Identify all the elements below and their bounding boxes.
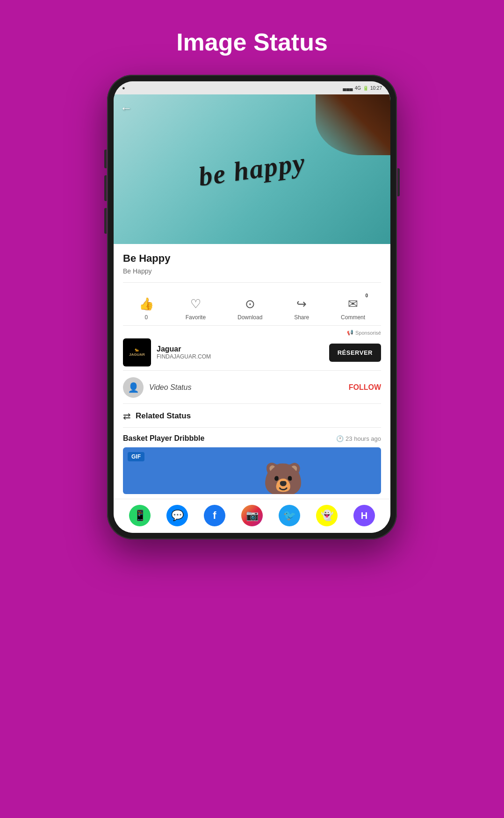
- download-icon: ⊙: [245, 297, 255, 311]
- hero-text-overlay: be happy: [114, 94, 390, 244]
- time-display: 10:27: [370, 86, 382, 91]
- clock-icon: 🕐: [336, 435, 344, 442]
- power-button: [397, 168, 400, 196]
- ad-info: Jaguar FINDAJAGUAR.COM: [157, 345, 324, 360]
- nav-twitter[interactable]: 🐦: [279, 505, 300, 526]
- volume-up-button: [104, 175, 107, 201]
- ad-url: FINDAJAGUAR.COM: [157, 353, 324, 360]
- video-status-left: 👤 Video Status: [123, 377, 191, 398]
- comment-badge: 0: [366, 293, 368, 298]
- status-bar-right: ▄▄▄ 4G 🔋 10:27: [343, 86, 382, 91]
- nav-snapchat[interactable]: 👻: [316, 505, 338, 526]
- silent-button: [104, 150, 107, 168]
- avatar: 👤: [123, 377, 144, 398]
- hero-image: ← be happy: [114, 94, 390, 244]
- favorite-button[interactable]: ♡ Favorite: [186, 297, 206, 321]
- ad-icon: 📢: [347, 330, 353, 336]
- related-status-row: ⇄ Related Status: [123, 404, 381, 428]
- camera-notch: ●: [122, 85, 125, 91]
- page-title: Image Status: [176, 28, 328, 56]
- share-label: Share: [294, 314, 309, 321]
- sponsored-text: Sponsorisé: [355, 330, 381, 336]
- bear-emoji: 🐻: [263, 460, 303, 494]
- post-time-text: 23 hours ago: [346, 435, 381, 442]
- reserve-button[interactable]: RÉSERVER: [329, 344, 381, 362]
- ad-row[interactable]: 🐆JAGUAR Jaguar FINDAJAGUAR.COM RÉSERVER: [123, 338, 381, 366]
- bottom-nav: 📱 💬 f 📷 🐦 👻 H: [114, 499, 390, 533]
- comment-icon: ✉: [348, 297, 358, 311]
- sponsored-label: 📢 Sponsorisé: [123, 330, 381, 336]
- favorite-icon: ♡: [190, 297, 201, 311]
- related-label: Related Status: [136, 411, 191, 421]
- shuffle-icon: ⇄: [123, 410, 131, 422]
- phone-frame: ● ▄▄▄ 4G 🔋 10:27 ← be happy Be Happy Be …: [107, 75, 397, 539]
- content-subtitle: Be Happy: [123, 267, 381, 283]
- nav-messenger[interactable]: 💬: [166, 505, 188, 526]
- comment-label: Comment: [341, 314, 365, 321]
- post-item[interactable]: Basket Player Dribbble 🕐 23 hours ago GI…: [123, 428, 381, 499]
- video-status-label: Video Status: [149, 383, 191, 392]
- nav-app-icon[interactable]: H: [353, 505, 375, 526]
- network-type: 4G: [355, 86, 361, 91]
- video-status-row: 👤 Video Status FOLLOW: [123, 371, 381, 404]
- content-area: Be Happy Be Happy 👍 0 ♡ Favorite ⊙ Downl…: [114, 244, 390, 499]
- content-title: Be Happy: [123, 252, 381, 265]
- sponsored-section: 📢 Sponsorisé 🐆JAGUAR Jaguar FINDAJAGUAR.…: [123, 326, 381, 371]
- hero-image-text: be happy: [196, 146, 307, 192]
- status-bar-left: ●: [122, 85, 125, 91]
- status-bar: ● ▄▄▄ 4G 🔋 10:27: [114, 81, 390, 94]
- share-icon: ↪: [296, 297, 307, 311]
- nav-instagram[interactable]: 📷: [241, 505, 263, 526]
- follow-button[interactable]: FOLLOW: [349, 383, 381, 392]
- post-time: 🕐 23 hours ago: [336, 435, 381, 442]
- favorite-label: Favorite: [186, 314, 206, 321]
- download-label: Download: [238, 314, 262, 321]
- volume-down-button: [104, 208, 107, 234]
- post-header: Basket Player Dribbble 🕐 23 hours ago: [123, 434, 381, 443]
- comment-button[interactable]: 0 ✉ Comment: [341, 297, 365, 321]
- download-button[interactable]: ⊙ Download: [238, 297, 262, 321]
- ad-logo: 🐆JAGUAR: [123, 338, 151, 366]
- ad-brand: Jaguar: [157, 345, 324, 353]
- share-button[interactable]: ↪ Share: [294, 297, 309, 321]
- phone-screen: ● ▄▄▄ 4G 🔋 10:27 ← be happy Be Happy Be …: [114, 81, 390, 533]
- like-button[interactable]: 👍 0: [139, 297, 154, 321]
- gif-badge: GIF: [128, 452, 144, 461]
- action-row: 👍 0 ♡ Favorite ⊙ Download ↪ Share 0: [123, 290, 381, 326]
- post-title: Basket Player Dribbble: [123, 434, 204, 443]
- back-button[interactable]: ←: [120, 101, 132, 115]
- nav-facebook[interactable]: f: [204, 505, 225, 526]
- jaguar-logo: 🐆JAGUAR: [129, 348, 145, 358]
- post-thumbnail: GIF 🐻: [123, 447, 381, 494]
- battery-icon: 🔋: [363, 86, 368, 91]
- nav-whatsapp[interactable]: 📱: [129, 505, 151, 526]
- signal-icon: ▄▄▄: [343, 86, 353, 91]
- like-icon: 👍: [139, 297, 154, 311]
- like-count: 0: [145, 314, 148, 321]
